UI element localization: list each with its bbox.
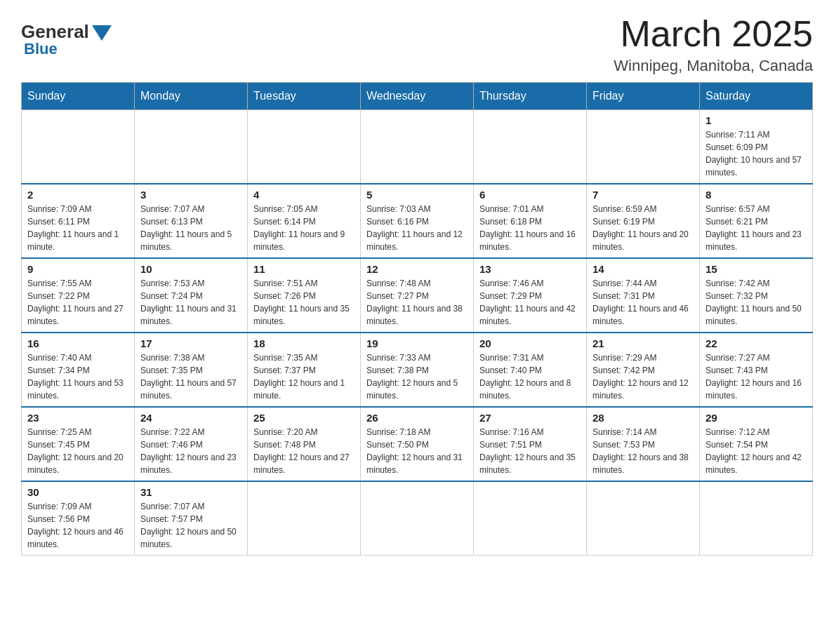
calendar-cell [22,110,135,185]
day-number: 16 [27,337,128,349]
calendar-cell: 7Sunrise: 6:59 AMSunset: 6:19 PMDaylight… [587,184,700,258]
calendar-cell: 6Sunrise: 7:01 AMSunset: 6:18 PMDaylight… [474,184,587,258]
calendar-week-row: 9Sunrise: 7:55 AMSunset: 7:22 PMDaylight… [22,258,813,333]
day-number: 20 [479,337,581,349]
day-number: 27 [479,412,581,424]
weekday-header-thursday: Thursday [474,83,587,110]
calendar-cell: 10Sunrise: 7:53 AMSunset: 7:24 PMDayligh… [135,258,248,333]
calendar-table: SundayMondayTuesdayWednesdayThursdayFrid… [21,82,813,556]
calendar-cell: 5Sunrise: 7:03 AMSunset: 6:16 PMDaylight… [361,184,474,258]
calendar-week-row: 23Sunrise: 7:25 AMSunset: 7:45 PMDayligh… [22,407,813,481]
day-info: Sunrise: 7:03 AMSunset: 6:16 PMDaylight:… [366,203,468,253]
day-number: 11 [253,263,355,275]
day-number: 30 [27,486,128,498]
calendar-cell: 24Sunrise: 7:22 AMSunset: 7:46 PMDayligh… [135,407,248,481]
day-info: Sunrise: 7:09 AMSunset: 7:56 PMDaylight:… [27,500,128,551]
calendar-cell: 30Sunrise: 7:09 AMSunset: 7:56 PMDayligh… [22,481,135,556]
day-info: Sunrise: 7:29 AMSunset: 7:42 PMDaylight:… [593,351,694,402]
weekday-header-wednesday: Wednesday [361,83,474,110]
calendar-week-row: 30Sunrise: 7:09 AMSunset: 7:56 PMDayligh… [22,481,813,556]
day-number: 6 [479,189,581,201]
calendar-week-row: 2Sunrise: 7:09 AMSunset: 6:11 PMDaylight… [22,184,813,258]
day-info: Sunrise: 7:51 AMSunset: 7:26 PMDaylight:… [253,277,355,328]
calendar-cell [474,110,587,185]
calendar-cell: 21Sunrise: 7:29 AMSunset: 7:42 PMDayligh… [587,333,700,407]
day-info: Sunrise: 7:09 AMSunset: 6:11 PMDaylight:… [27,203,128,253]
day-info: Sunrise: 7:14 AMSunset: 7:53 PMDaylight:… [593,426,694,476]
calendar-cell: 9Sunrise: 7:55 AMSunset: 7:22 PMDaylight… [22,258,135,333]
day-number: 22 [706,337,807,349]
day-info: Sunrise: 7:05 AMSunset: 6:14 PMDaylight:… [253,203,355,253]
calendar-cell [361,481,474,556]
calendar-cell: 25Sunrise: 7:20 AMSunset: 7:48 PMDayligh… [248,407,361,481]
calendar-cell [474,481,587,556]
calendar-cell: 12Sunrise: 7:48 AMSunset: 7:27 PMDayligh… [361,258,474,333]
day-info: Sunrise: 7:48 AMSunset: 7:27 PMDaylight:… [366,277,468,328]
calendar-cell: 1Sunrise: 7:11 AMSunset: 6:09 PMDaylight… [700,110,813,185]
day-number: 14 [593,263,694,275]
day-number: 15 [706,263,807,275]
day-number: 9 [27,263,128,275]
day-info: Sunrise: 7:07 AMSunset: 6:13 PMDaylight:… [140,203,241,253]
calendar-cell: 22Sunrise: 7:27 AMSunset: 7:43 PMDayligh… [700,333,813,407]
calendar-cell [361,110,474,185]
day-number: 8 [706,189,807,201]
day-number: 3 [140,189,241,201]
calendar-cell: 11Sunrise: 7:51 AMSunset: 7:26 PMDayligh… [248,258,361,333]
day-info: Sunrise: 7:25 AMSunset: 7:45 PMDaylight:… [27,426,128,476]
day-number: 10 [140,263,241,275]
logo: General Blue [21,21,112,58]
day-number: 21 [593,337,694,349]
day-number: 25 [253,412,355,424]
calendar-header-row: SundayMondayTuesdayWednesdayThursdayFrid… [22,83,813,110]
calendar-cell: 31Sunrise: 7:07 AMSunset: 7:57 PMDayligh… [135,481,248,556]
day-info: Sunrise: 7:22 AMSunset: 7:46 PMDaylight:… [140,426,241,476]
calendar-cell [248,481,361,556]
calendar-cell: 8Sunrise: 6:57 AMSunset: 6:21 PMDaylight… [700,184,813,258]
location-title: Winnipeg, Manitoba, Canada [614,57,813,75]
calendar-cell: 17Sunrise: 7:38 AMSunset: 7:35 PMDayligh… [135,333,248,407]
calendar-week-row: 16Sunrise: 7:40 AMSunset: 7:34 PMDayligh… [22,333,813,407]
day-number: 12 [366,263,468,275]
day-info: Sunrise: 7:07 AMSunset: 7:57 PMDaylight:… [140,500,241,551]
calendar-cell: 2Sunrise: 7:09 AMSunset: 6:11 PMDaylight… [22,184,135,258]
day-number: 7 [593,189,694,201]
day-number: 28 [593,412,694,424]
title-block: March 2025 Winnipeg, Manitoba, Canada [614,14,813,75]
calendar-cell: 3Sunrise: 7:07 AMSunset: 6:13 PMDaylight… [135,184,248,258]
day-info: Sunrise: 7:38 AMSunset: 7:35 PMDaylight:… [140,351,241,402]
day-number: 5 [366,189,468,201]
calendar-cell: 23Sunrise: 7:25 AMSunset: 7:45 PMDayligh… [22,407,135,481]
day-number: 18 [253,337,355,349]
calendar-cell: 29Sunrise: 7:12 AMSunset: 7:54 PMDayligh… [700,407,813,481]
calendar-cell: 4Sunrise: 7:05 AMSunset: 6:14 PMDaylight… [248,184,361,258]
weekday-header-friday: Friday [587,83,700,110]
weekday-header-saturday: Saturday [700,83,813,110]
day-info: Sunrise: 7:16 AMSunset: 7:51 PMDaylight:… [479,426,581,476]
calendar-cell: 14Sunrise: 7:44 AMSunset: 7:31 PMDayligh… [587,258,700,333]
day-number: 23 [27,412,128,424]
calendar-cell: 15Sunrise: 7:42 AMSunset: 7:32 PMDayligh… [700,258,813,333]
weekday-header-monday: Monday [135,83,248,110]
calendar-cell: 16Sunrise: 7:40 AMSunset: 7:34 PMDayligh… [22,333,135,407]
calendar-cell [587,110,700,185]
day-number: 29 [706,412,807,424]
calendar-cell [700,481,813,556]
logo-blue-text: Blue [24,40,58,58]
page-header: General Blue March 2025 Winnipeg, Manito… [21,14,813,75]
logo-triangle-icon [92,25,112,41]
day-number: 19 [366,337,468,349]
day-info: Sunrise: 7:12 AMSunset: 7:54 PMDaylight:… [706,426,807,476]
day-number: 31 [140,486,241,498]
day-number: 26 [366,412,468,424]
day-info: Sunrise: 7:18 AMSunset: 7:50 PMDaylight:… [366,426,468,476]
day-info: Sunrise: 6:59 AMSunset: 6:19 PMDaylight:… [593,203,694,253]
calendar-cell: 26Sunrise: 7:18 AMSunset: 7:50 PMDayligh… [361,407,474,481]
day-info: Sunrise: 7:31 AMSunset: 7:40 PMDaylight:… [479,351,581,402]
day-number: 13 [479,263,581,275]
day-info: Sunrise: 7:46 AMSunset: 7:29 PMDaylight:… [479,277,581,328]
day-info: Sunrise: 7:01 AMSunset: 6:18 PMDaylight:… [479,203,581,253]
day-number: 17 [140,337,241,349]
calendar-cell: 28Sunrise: 7:14 AMSunset: 7:53 PMDayligh… [587,407,700,481]
calendar-cell [587,481,700,556]
